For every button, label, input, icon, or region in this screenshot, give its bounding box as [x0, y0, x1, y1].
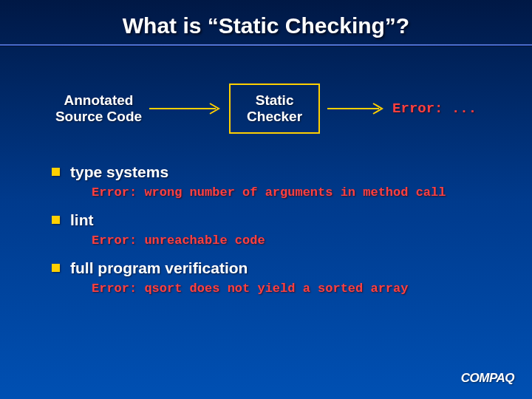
- bullet-error: Error: qsort does not yield a sorted arr…: [92, 282, 495, 296]
- compaq-logo: COMPAQ: [461, 371, 514, 386]
- diagram-process-box: Static Checker: [229, 83, 320, 134]
- slide-title: What is “Static Checking”?: [0, 0, 532, 44]
- bullet-label: type systems: [70, 163, 168, 181]
- bullet-label: lint: [70, 211, 94, 229]
- list-item: lint: [52, 211, 495, 229]
- bullet-error: Error: wrong number of arguments in meth…: [92, 185, 495, 200]
- diagram-input: Annotated Source Code: [55, 92, 142, 125]
- bullet-icon: [52, 216, 60, 224]
- bullet-list: type systems Error: wrong number of argu…: [0, 163, 532, 296]
- diagram-output: Error: ...: [392, 100, 477, 117]
- arrow-icon: [323, 101, 389, 116]
- arrow-icon: [145, 101, 226, 116]
- bullet-icon: [52, 168, 60, 176]
- flow-diagram: Annotated Source Code Static Checker Err…: [0, 83, 532, 134]
- list-item: full program verification: [52, 259, 495, 277]
- bullet-label: full program verification: [70, 259, 248, 277]
- bullet-icon: [52, 264, 60, 272]
- bullet-error: Error: unreachable code: [92, 233, 495, 248]
- list-item: type systems: [52, 163, 495, 181]
- title-underline: [0, 44, 532, 47]
